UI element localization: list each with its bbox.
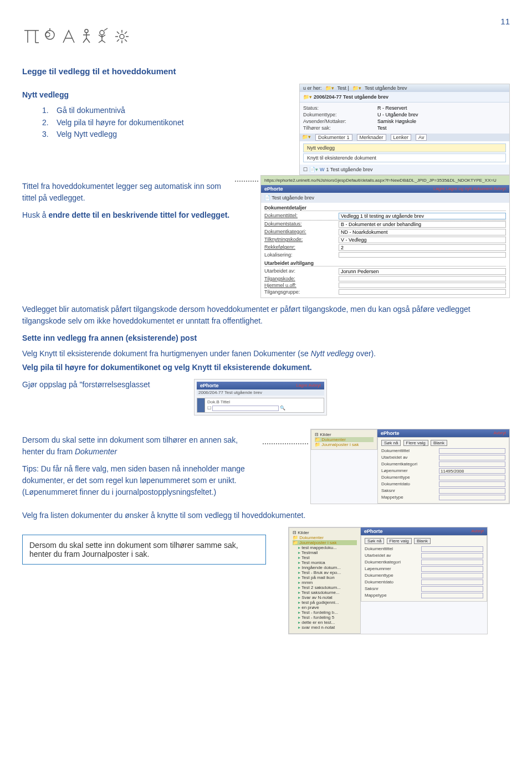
tree-list-item[interactable]: ▸ test på godkjenni... <box>293 600 357 605</box>
folder-icon: 📁▾ <box>325 85 334 91</box>
doc-row-text: 1 Test utgående brev <box>326 167 373 172</box>
step-text: Velg pila til høyre for dokumentikonet <box>57 117 184 129</box>
field-value[interactable]: B - Dokumentet er under behandling <box>339 221 506 228</box>
blank-button[interactable]: Blank <box>431 440 447 446</box>
search-input[interactable] <box>212 406 279 411</box>
ephorte-logo: ePhorte <box>364 529 383 534</box>
toolbar-actions[interactable]: Lagre Avbryt <box>296 383 321 388</box>
search-field-input[interactable] <box>439 488 505 494</box>
info-box-bottom: Dersom du skal sette inn dokument som ti… <box>22 535 266 565</box>
search-field-input[interactable] <box>421 579 483 585</box>
search-field-input[interactable] <box>439 481 505 487</box>
step-text: Gå til dokumentnivå <box>57 105 125 117</box>
search-field-input[interactable] <box>439 495 505 500</box>
tree-item-dokumenter[interactable]: 📁 Dokumenter <box>293 535 357 540</box>
flere-valg-button[interactable]: Flere valg <box>403 440 428 446</box>
avbryt-button[interactable]: Avbryt <box>493 430 506 436</box>
tree-list-item[interactable]: ▸ Test - fordeling 5 <box>293 615 357 620</box>
page-number: 11 <box>22 17 510 26</box>
search-field-input[interactable]: 11495/2008 <box>439 468 505 474</box>
search-field-input[interactable] <box>421 553 483 558</box>
toolbar-actions[interactable]: Lagre Lagre og nytt dokument Avbryt <box>433 186 506 192</box>
tab-lenker[interactable]: Lenker <box>391 134 412 141</box>
field-label: Dokumentkategori: <box>264 229 331 235</box>
tree-list-item[interactable]: ▸ test mappedoku... <box>293 545 357 550</box>
checkbox-icon[interactable]: ☐ <box>303 167 308 172</box>
tree-list-item[interactable]: ▸ Test - fordeling b... <box>293 610 357 615</box>
tree-item-dokumenter[interactable]: 📁 Dokumenter <box>315 437 374 442</box>
field-value[interactable] <box>339 289 506 295</box>
sok-na-button[interactable]: Søk nå <box>365 538 384 544</box>
figure-kilder-journalposter: ⊟ Kilder 📁 Dokumenter 📁 Journalposter i … <box>288 527 488 634</box>
field-label: Tilhører sak: <box>303 125 370 131</box>
tree-list-item[interactable]: ▸ Inngående dokum... <box>293 565 357 570</box>
tree-list-item[interactable]: ▸ Test monica <box>293 560 357 565</box>
menu-knytt-eksisterende[interactable]: Knytt til eksisterende dokument <box>303 153 506 162</box>
flere-valg-button[interactable]: Flere valg <box>387 538 412 544</box>
sok-na-button[interactable]: Søk nå <box>381 440 401 446</box>
search-field-label: Løpenummer <box>365 566 413 572</box>
search-field-input[interactable] <box>421 586 483 592</box>
breadcrumb-prefix: u er her: <box>303 85 322 91</box>
search-field-input[interactable] <box>439 455 505 460</box>
tree-list-item[interactable]: ▸ Test <box>293 555 357 560</box>
tree-list-item[interactable]: ▸ mmm <box>293 580 357 585</box>
blank-button[interactable]: Blank <box>414 538 431 544</box>
tree-list-item[interactable]: ▸ dette er en test... <box>293 620 357 625</box>
tree-item-journalposter-selected[interactable]: 📁 Journalposter i sak <box>293 540 357 545</box>
search-field-input[interactable] <box>439 475 505 480</box>
search-field-label: Mappetype <box>381 495 431 500</box>
tree-list-item[interactable]: ▸ Test 2 saksdokum... <box>293 585 357 590</box>
breadcrumb-bar: u er her: 📁▾ Test | 📁▾ Test utgående bre… <box>300 84 509 92</box>
field-value: U - Utgående brev <box>377 112 418 117</box>
field-value[interactable] <box>339 276 506 281</box>
search-field-label: Dokumenttype <box>381 475 431 480</box>
tab-av[interactable]: Av <box>416 134 427 141</box>
search-icon[interactable]: 🔍 <box>280 406 285 411</box>
tree-list-item[interactable]: ▸ en prøve <box>293 605 357 610</box>
field-value[interactable]: Jorunn Pedersen <box>339 268 506 275</box>
doc-icon: 📄▾ <box>309 167 318 172</box>
tree-list-item[interactable]: ▸ Testmail <box>293 550 357 555</box>
tab-dokumenter[interactable]: Dokumenter 1 <box>315 134 352 141</box>
field-label: Status: <box>303 105 370 111</box>
field-value: R - Reservert <box>377 105 407 111</box>
menu-nytt-vedlegg[interactable]: Nytt vedlegg <box>303 143 506 152</box>
title-input[interactable]: Vedlegg 1 til testing av utgående brev <box>339 213 506 219</box>
tree-header: ⊟ Kilder <box>293 530 357 535</box>
folder-icon: 📁▾ <box>302 134 311 141</box>
search-field-label: Utarbeidet av <box>365 553 413 558</box>
search-field-input[interactable] <box>421 573 483 578</box>
tree-list-item[interactable]: ▸ Test - Bruk av epo... <box>293 570 357 575</box>
search-field-input[interactable] <box>421 593 483 598</box>
search-field-input[interactable] <box>439 461 505 467</box>
search-field-label: Dokumentdato <box>365 579 413 585</box>
field-value[interactable] <box>339 283 506 288</box>
tree-list-item[interactable]: ▸ svar med n-notat <box>293 625 357 630</box>
tree-list-item[interactable]: ▸ Svar av N-notat <box>293 595 357 600</box>
field-label: Tilknytningskode: <box>264 237 331 243</box>
word-icon: W <box>320 167 325 172</box>
search-field-label: Dokumentkategori <box>365 560 413 565</box>
tree-list-item[interactable]: ▸ Test saksdokume... <box>293 590 357 595</box>
search-field-input[interactable] <box>421 546 483 552</box>
field-value[interactable] <box>339 252 506 258</box>
tab-merknader[interactable]: Merknader <box>357 134 386 141</box>
tab-active: 📄 Test utgående brev <box>261 193 509 203</box>
figure-document-detail-form: https://ephorte2.uninett.no/NJshiorsGjes… <box>260 175 510 298</box>
tree-list-item[interactable]: ▸ Test på mail ikon <box>293 575 357 580</box>
search-field-input[interactable] <box>421 566 483 572</box>
search-field-label: Løpenummer <box>381 468 431 474</box>
avbryt-button[interactable]: Avbryt <box>471 529 484 534</box>
field-value[interactable]: V - Vedlegg <box>339 237 506 243</box>
field-label: Rekkefølgenr: <box>264 244 331 251</box>
tree-item-journalposter[interactable]: 📁 Journalposter i sak <box>315 442 374 447</box>
search-field-input[interactable] <box>421 560 483 565</box>
doc-list-row: ☐ 📄▾ W 1 Test utgående brev <box>300 165 509 175</box>
doc-title: 2006/204-77 Test utgående brev <box>314 94 388 100</box>
checkbox-icon[interactable]: ☐ <box>207 406 211 411</box>
search-field-input[interactable] <box>439 448 505 454</box>
field-value[interactable]: ND - Noarkdokument <box>339 229 506 235</box>
folder-icon: 📁▾ <box>303 94 312 100</box>
field-value[interactable]: 2 <box>339 244 506 251</box>
